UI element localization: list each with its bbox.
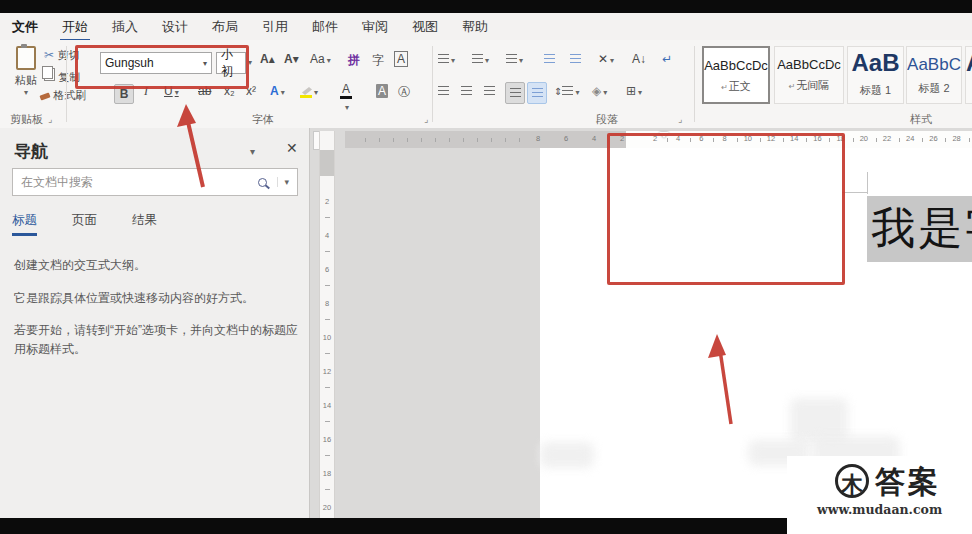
style-paragraph-marker: ↵ <box>789 82 796 91</box>
selected-document-text[interactable]: 我是字体 <box>867 196 972 262</box>
vruler-number: 6 <box>320 265 334 274</box>
sort-button[interactable]: A↓ <box>632 52 646 66</box>
font-color-button[interactable]: A <box>340 82 352 113</box>
show-hide-marks-button[interactable]: ↵ <box>662 52 672 66</box>
top-letterbox-bar <box>0 0 972 13</box>
document-search-box[interactable]: ▾ <box>12 168 298 196</box>
style-chip-partial[interactable]: A <box>965 46 972 104</box>
justify-button[interactable] <box>505 82 525 104</box>
numbering-button[interactable] <box>472 52 489 66</box>
highlighter-icon <box>302 87 312 95</box>
scissors-icon: ✂ <box>44 48 54 62</box>
grow-font-button[interactable]: A▴ <box>260 52 275 66</box>
character-border-button[interactable]: A <box>394 52 408 66</box>
asian-layout-button[interactable]: ✕ <box>598 52 614 66</box>
hruler-number: 8 <box>532 134 544 143</box>
nav-tab-headings[interactable]: 标题 <box>12 212 37 236</box>
align-right-button[interactable] <box>484 84 495 98</box>
menu-tab-2[interactable]: 开始 <box>60 14 90 40</box>
clipboard-icon <box>16 46 36 70</box>
vruler-number: 20 <box>320 503 334 512</box>
navigation-options-arrow[interactable]: ▾ <box>250 146 255 157</box>
shrink-font-button[interactable]: A▾ <box>284 52 299 66</box>
bullets-button[interactable] <box>438 52 455 66</box>
watermark-panel: 木 答案 www.mudaan.com <box>787 456 972 534</box>
close-icon[interactable]: ✕ <box>286 140 298 156</box>
paint-bucket-icon: ◈ <box>592 84 601 98</box>
menu-tab-6[interactable]: 引用 <box>260 14 290 40</box>
hruler-number: 6 <box>560 134 572 143</box>
align-left-button[interactable] <box>438 84 449 98</box>
highlight-color-button[interactable] <box>302 84 318 98</box>
hruler-number: 4 <box>588 134 600 143</box>
character-scaling-button[interactable]: 字 <box>372 52 384 69</box>
menu-tab-8[interactable]: 审阅 <box>360 14 390 40</box>
horizontal-ruler-margin <box>345 131 626 148</box>
vruler-number: 18 <box>320 469 334 478</box>
paragraph-dialog-launcher[interactable]: ⌟ <box>678 114 682 124</box>
shading-button[interactable]: ◈ <box>592 84 607 98</box>
menu-tab-4[interactable]: 设计 <box>160 14 190 40</box>
vruler-tick <box>325 421 330 422</box>
borders-button[interactable]: ⊞ <box>626 84 642 98</box>
distribute-button[interactable] <box>527 82 547 104</box>
vruler-tick <box>325 387 330 388</box>
menu-tab-9[interactable]: 视图 <box>410 14 440 40</box>
nav-tab-pages[interactable]: 页面 <box>72 212 97 233</box>
vertical-ruler-margin <box>320 150 334 176</box>
hruler-tick <box>491 138 492 142</box>
character-shading-button[interactable]: A <box>376 84 388 98</box>
search-input[interactable] <box>13 175 258 189</box>
vruler-tick <box>325 285 330 286</box>
vruler-number: 14 <box>320 401 334 410</box>
multilevel-list-button[interactable] <box>506 52 523 66</box>
borders-grid-icon: ⊞ <box>626 84 636 98</box>
word-window: 文件开始插入设计布局引用邮件审阅视图帮助 粘贴 ▾ ✂ 剪切 复制 格式刷 剪贴… <box>0 0 972 534</box>
nav-tab-results[interactable]: 结果 <box>132 212 157 233</box>
faded-text-blob <box>540 442 594 468</box>
style-chip-no-spacing[interactable]: AaBbCcDc ↵无间隔 <box>774 46 844 104</box>
menu-tab-3[interactable]: 插入 <box>110 14 140 40</box>
highlight-color-swatch <box>300 95 312 98</box>
align-center-button[interactable] <box>461 84 472 98</box>
hruler-tick <box>407 138 408 142</box>
paragraph-group-label: 段落 <box>596 112 618 127</box>
nav-help-paragraph: 它是跟踪具体位置或快速移动内容的好方式。 <box>14 289 298 308</box>
hruler-number: 20 <box>858 134 870 143</box>
vruler-number: 10 <box>320 333 334 342</box>
change-case-button[interactable]: Aa <box>310 52 331 66</box>
hruler-tick <box>365 138 366 142</box>
group-separator <box>694 46 695 122</box>
menu-tab-5[interactable]: 布局 <box>210 14 240 40</box>
vruler-tick <box>325 217 330 218</box>
clipboard-dialog-launcher[interactable]: ⌟ <box>48 114 52 124</box>
watermark-brand: 答案 <box>875 462 941 503</box>
brush-icon <box>39 92 50 100</box>
watermark-url: www.mudaan.com <box>787 502 972 517</box>
style-chip-normal[interactable]: AaBbCcDc ↵正文 <box>702 46 770 104</box>
menu-tab-10[interactable]: 帮助 <box>460 14 490 40</box>
hruler-tick <box>853 138 854 142</box>
style-chip-heading1[interactable]: AaB 标题 1 <box>847 46 904 104</box>
menu-tab-1[interactable]: 文件 <box>10 14 40 40</box>
font-dialog-launcher[interactable]: ⌟ <box>424 114 428 124</box>
phonetic-guide-button[interactable]: 拼 <box>348 52 360 69</box>
menu-tab-7[interactable]: 邮件 <box>310 14 340 40</box>
text-effects-button[interactable]: A <box>270 84 285 98</box>
hruler-number: 26 <box>927 134 939 143</box>
hruler-tick <box>477 138 478 142</box>
increase-indent-icon <box>570 54 581 63</box>
search-options-arrow[interactable]: ▾ <box>277 177 289 187</box>
align-right-icon <box>484 86 495 95</box>
paste-label: 粘贴 <box>6 73 46 88</box>
search-icon[interactable] <box>258 178 267 187</box>
line-spacing-button[interactable]: ⇕ <box>554 84 579 98</box>
style-chip-heading2[interactable]: AaBbC 标题 2 <box>906 46 962 104</box>
decrease-indent-icon <box>544 54 555 63</box>
enclose-characters-button[interactable]: Ⓐ <box>398 84 410 101</box>
vruler-number: 16 <box>320 435 334 444</box>
decrease-indent-button[interactable] <box>544 52 555 66</box>
increase-indent-button[interactable] <box>570 52 581 66</box>
format-painter-button[interactable]: 格式刷 <box>40 88 86 103</box>
styles-group-label: 样式 <box>910 112 932 127</box>
